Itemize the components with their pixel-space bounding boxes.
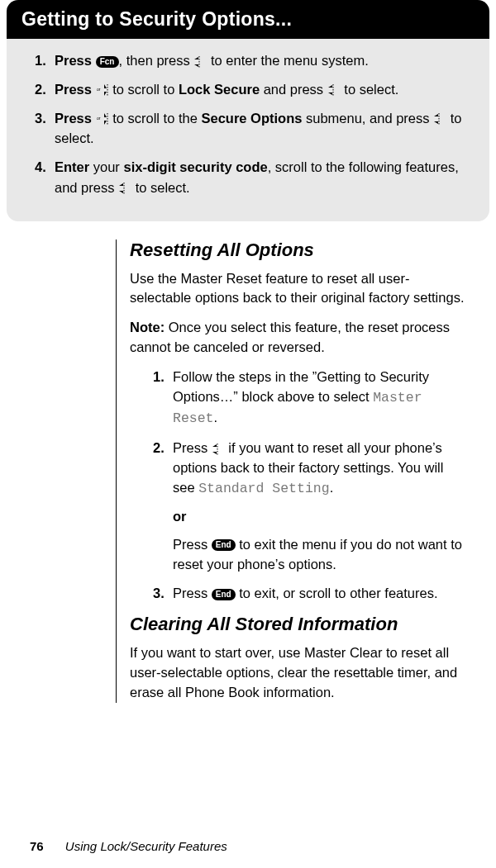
steps-block: Press Fcn, then press to enter the menu …: [7, 39, 489, 221]
select-arrow-icon: [118, 182, 131, 195]
list-item: Press if you want to reset all your phon…: [153, 439, 466, 575]
step-bold: six-digit security code: [123, 159, 267, 174]
section-heading-reset: Resetting All Options: [130, 240, 466, 261]
end-key-icon: End: [212, 589, 236, 600]
step-action: Enter: [55, 159, 89, 174]
select-arrow-icon: [433, 112, 446, 126]
list-text: Press: [173, 586, 212, 600]
page-number: 76: [30, 839, 44, 853]
step-2: Press or to scroll to Lock Secure and pr…: [35, 79, 475, 100]
step-action: Press: [55, 82, 92, 97]
list-text: Press: [173, 440, 212, 455]
list-item: Follow the steps in the ”Getting to Secu…: [153, 368, 466, 429]
title-bar: Getting to Security Options...: [7, 0, 489, 39]
section-heading-clear: Clearing All Stored Information: [130, 614, 466, 635]
step-text: , then press: [119, 53, 194, 68]
scroll-arrow-icon: or: [96, 112, 109, 126]
chapter-name: Using Lock/Security Features: [65, 839, 227, 853]
note-label: Note:: [130, 320, 165, 334]
step-text: to select.: [341, 82, 399, 97]
list-item: Press End to exit, or scroll to other fe…: [153, 584, 466, 604]
step-text: to scroll to the: [109, 111, 202, 126]
scroll-arrow-icon: or: [96, 83, 109, 97]
section-steps: Follow the steps in the ”Getting to Secu…: [130, 368, 466, 604]
step-text: your: [89, 159, 123, 174]
fcn-key-icon: Fcn: [96, 56, 119, 68]
step-action: Press: [55, 111, 92, 126]
step-text: and press: [260, 82, 327, 97]
end-key-icon: End: [212, 539, 236, 551]
list-text: .: [330, 480, 334, 495]
list-text: .: [214, 410, 218, 425]
list-text: to exit, or scroll to other features.: [239, 586, 437, 600]
section-para: If you want to start over, use Master Cl…: [130, 643, 466, 703]
step-1: Press Fcn, then press to enter the menu …: [35, 50, 475, 71]
note-text: Once you select this feature, the reset …: [130, 320, 450, 354]
select-arrow-icon: [212, 443, 225, 456]
lcd-text: Standard Setting: [198, 481, 329, 496]
list-text: Press: [173, 537, 212, 552]
step-bold: Secure Options: [201, 111, 302, 126]
step-4: Enter your six-digit security code, scro…: [35, 157, 475, 198]
section-note: Note: Once you select this feature, the …: [130, 318, 466, 358]
select-arrow-icon: [327, 83, 341, 97]
step-text: to select.: [131, 180, 190, 195]
step-text: submenu, and press: [302, 111, 433, 126]
select-arrow-icon: [193, 55, 207, 69]
page-footer: 76 Using Lock/Security Features: [30, 839, 227, 853]
step-action: Press: [55, 53, 92, 68]
svg-text:or: or: [97, 87, 101, 92]
or-label: or: [173, 507, 466, 527]
step-text: to enter the menu system.: [207, 53, 368, 68]
content-area: Resetting All Options Use the Master Res…: [116, 240, 466, 704]
step-3: Press or to scroll to the Secure Options…: [35, 108, 475, 149]
section-para: Use the Master Reset feature to reset al…: [130, 269, 466, 309]
page-title: Getting to Security Options...: [21, 8, 475, 31]
step-text: to scroll to: [109, 82, 179, 97]
step-bold: Lock Secure: [179, 82, 260, 97]
svg-text:or: or: [97, 116, 101, 121]
